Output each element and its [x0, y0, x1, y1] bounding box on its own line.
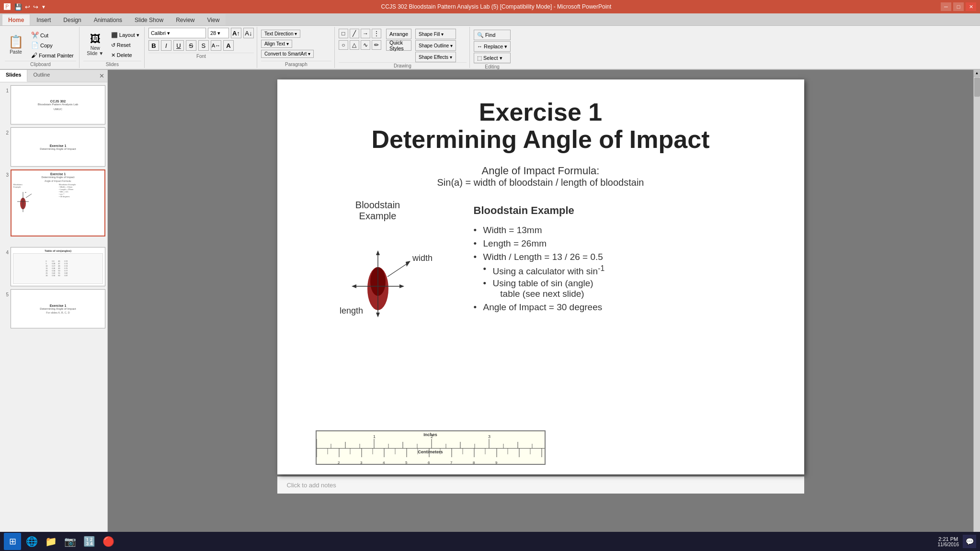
slide-thumbnail-2[interactable]: 2 Exercise 1 Determining Angle of Impact: [2, 127, 105, 167]
slide-1-thumb[interactable]: CCJS 302 Bloodstain Pattern Analysis Lab…: [11, 85, 105, 124]
tab-animations[interactable]: Animations: [88, 14, 128, 25]
close-btn[interactable]: ✕: [966, 2, 976, 11]
paste-icon: 📋: [8, 34, 23, 49]
slide-4-thumb[interactable]: Table of sin(angles) 00.0460.72 50.09470…: [11, 247, 105, 286]
format-painter-button[interactable]: 🖌 Format Painter: [29, 51, 76, 60]
cut-button[interactable]: ✂️ Cut: [29, 31, 76, 40]
taskbar-4[interactable]: 🔢: [80, 533, 98, 550]
shape-triangle-btn[interactable]: △: [350, 40, 359, 50]
font-group: Calibri ▾ 28 ▾ A↑ A↓ B I U S S A↔ A Font: [146, 27, 257, 68]
panel-close-btn[interactable]: ✕: [98, 72, 105, 79]
main-layout: Slides Outline ✕ 1 CCJS 302 Bloodstain P…: [0, 70, 980, 540]
font-size-select[interactable]: 28 ▾: [208, 28, 229, 38]
decrease-font-btn[interactable]: A↓: [243, 28, 254, 38]
shape-freeform-btn[interactable]: ✏: [372, 40, 381, 50]
maximize-btn[interactable]: □: [953, 2, 964, 11]
cut-icon: ✂️: [31, 32, 39, 39]
arrange-btn[interactable]: Arrange: [386, 29, 411, 39]
underline-btn[interactable]: U: [173, 40, 184, 51]
tab-slideshow[interactable]: Slide Show: [128, 14, 170, 25]
cm-ticks: 2 3 4 5 6 7 8 9: [317, 449, 546, 465]
slides-tab[interactable]: Slides: [0, 70, 27, 82]
char-spacing-btn[interactable]: A↔: [211, 40, 221, 51]
slide-2-number: 2: [2, 130, 9, 135]
notification-area[interactable]: 💬: [963, 535, 976, 548]
tab-view[interactable]: View: [201, 14, 226, 25]
shape-more-btn[interactable]: ⋮: [372, 29, 381, 38]
shape-arrow-btn[interactable]: →: [361, 29, 370, 38]
slide-4-title: Table of sin(angles): [13, 249, 103, 252]
slide-1-subtitle: Bloodstain Pattern Analysis Lab: [38, 103, 78, 106]
svg-marker-14: [406, 261, 410, 267]
quick-styles-btn[interactable]: QuickStyles: [386, 40, 411, 51]
tab-review[interactable]: Review: [170, 14, 201, 25]
taskbar-chrome[interactable]: 🔴: [100, 533, 117, 550]
svg-text:3: 3: [488, 434, 490, 439]
svg-marker-12: [399, 284, 404, 288]
bold-btn[interactable]: B: [148, 40, 159, 51]
scroll-up-btn[interactable]: ▲: [974, 70, 980, 77]
format-painter-icon: 🖌: [31, 52, 37, 59]
taskbar-explorer[interactable]: 📁: [42, 533, 59, 550]
text-direction-btn[interactable]: Text Direction ▾: [261, 30, 300, 38]
find-button[interactable]: 🔍 Find: [474, 30, 511, 40]
clock: 2:21 PM11/6/2016: [938, 536, 959, 547]
save-qa-btn[interactable]: 💾: [14, 3, 22, 11]
inches-ticks: 1 2 3: [317, 431, 546, 449]
redo-qa-btn[interactable]: ↪: [33, 3, 38, 11]
shape-line-btn[interactable]: ╱: [350, 29, 359, 38]
italic-btn[interactable]: I: [161, 40, 171, 51]
taskbar-3[interactable]: 📷: [61, 533, 79, 550]
font-color-btn[interactable]: A: [223, 40, 234, 51]
layout-button[interactable]: ⬛ Layout ▾: [109, 31, 141, 40]
slide-4-number: 4: [2, 250, 9, 255]
slide-thumbnail-1[interactable]: 1 CCJS 302 Bloodstain Pattern Analysis L…: [2, 85, 105, 124]
scroll-thumb[interactable]: [974, 78, 980, 97]
slide-canvas[interactable]: Exercise 1 Determining Angle of Impact A…: [277, 79, 804, 474]
bloodstain-left: Bloodstain Example: [301, 200, 455, 332]
strikethrough-btn[interactable]: S: [186, 40, 196, 51]
reset-button[interactable]: ↺ Reset: [109, 41, 141, 50]
right-scrollbar[interactable]: ▲ ▼: [973, 70, 980, 540]
qa-customize-btn[interactable]: ▼: [41, 4, 46, 10]
start-btn[interactable]: ⊞: [4, 533, 21, 550]
outline-tab[interactable]: Outline: [27, 70, 56, 82]
font-family-select[interactable]: Calibri ▾: [148, 28, 206, 38]
notes-area[interactable]: Click to add notes: [277, 476, 804, 494]
bloodstain-label: Bloodstain Example: [301, 200, 455, 222]
shape-fill-btn[interactable]: Shape Fill ▾: [415, 29, 456, 39]
shape-oval-btn[interactable]: ○: [339, 40, 348, 50]
cm-ruler: Centimeters: [317, 449, 545, 465]
undo-qa-btn[interactable]: ↩: [25, 3, 30, 11]
taskbar-ie[interactable]: 🌐: [23, 533, 40, 550]
tab-design[interactable]: Design: [57, 14, 87, 25]
delete-button[interactable]: ✕ Delete: [109, 51, 141, 60]
paste-button[interactable]: 📋 Paste: [5, 29, 27, 60]
slide-5-thumb[interactable]: Exercise 1 Determining Angle of Impact F…: [11, 289, 105, 328]
title-text: CCJS 302 Bloodstain Pattern Analysis Lab…: [52, 3, 941, 10]
increase-font-btn[interactable]: A↑: [231, 28, 241, 38]
tab-insert[interactable]: Insert: [30, 14, 57, 25]
shape-effects-btn[interactable]: Shape Effects ▾: [415, 52, 456, 62]
shadow-btn[interactable]: S: [198, 40, 209, 51]
replace-button[interactable]: ↔ Replace ▾: [474, 41, 511, 52]
shape-rect-btn[interactable]: □: [339, 29, 348, 38]
align-text-btn[interactable]: Align Text ▾: [261, 40, 292, 48]
title-bar: 🅿 💾 ↩ ↪ ▼ CCJS 302 Bloodstain Pattern An…: [0, 0, 980, 13]
copy-button[interactable]: 📄 Copy: [29, 41, 76, 50]
new-slide-button[interactable]: 🖼 New Slide ▼: [83, 29, 107, 60]
minimize-btn[interactable]: ─: [941, 2, 951, 11]
convert-smartart-btn[interactable]: Convert to SmartArt ▾: [261, 50, 314, 58]
tab-home[interactable]: Home: [2, 14, 30, 25]
svg-line-13: [387, 262, 409, 277]
bloodstain-svg: width length: [320, 226, 435, 332]
shape-outline-btn[interactable]: Shape Outline ▾: [415, 40, 456, 51]
thumb-bloodstain-diagram: w: [13, 188, 33, 212]
slide-3-thumb[interactable]: Exercise 1 Determining Angle of Impact A…: [11, 169, 105, 236]
shape-curve-btn[interactable]: ∿: [361, 40, 370, 50]
slide-thumbnail-5[interactable]: 5 Exercise 1 Determining Angle of Impact…: [2, 289, 105, 328]
slide-thumbnail-3[interactable]: 3 Exercise 1 Determining Angle of Impact…: [2, 169, 105, 236]
slide-thumbnail-4[interactable]: 4 Table of sin(angles) 00.0460.72 50.094…: [2, 247, 105, 286]
slide-2-thumb[interactable]: Exercise 1 Determining Angle of Impact: [11, 127, 105, 167]
select-button[interactable]: ⬚ Select ▾: [474, 53, 511, 63]
